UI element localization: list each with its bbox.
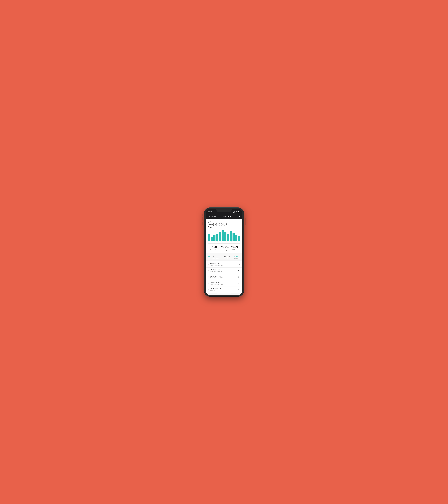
- battery-fill: [238, 211, 239, 212]
- bar-label-nov: Nov: [208, 241, 210, 242]
- close-button[interactable]: ✕: [239, 215, 240, 218]
- bar-group: Jan: [213, 230, 215, 242]
- transaction-datetime: 3 Oct, 11:02 am: [210, 288, 237, 289]
- bar-label-apr: Apr: [222, 241, 224, 242]
- stat-average-label: Average: [221, 249, 229, 251]
- stat-alltime-label: All Time: [231, 249, 238, 251]
- transaction-dot: [208, 283, 209, 284]
- transaction-item[interactable]: 5 Oct, 10:14 amSouth Melbourne, VIC$4: [205, 274, 243, 280]
- phone-screen: 9:50 ⊛ ‹ Purchase Insights ✕: [205, 209, 243, 295]
- transaction-info: 8 Oct, 9:39 amSouth Melbourne, VIC: [210, 263, 237, 266]
- transaction-info: 5 Oct, 8:54 amSouth Melbourne, VIC: [210, 282, 237, 285]
- transaction-datetime: 8 Oct, 8:43 am: [210, 269, 237, 271]
- bar-nov: [208, 234, 210, 241]
- status-icons: ⊛: [233, 211, 240, 213]
- bar-jan: [213, 235, 215, 241]
- monthly-total: $43 Total Spend: [234, 255, 240, 259]
- transaction-datetime: 8 Oct, 9:39 am: [210, 263, 237, 264]
- signal-bar-4: [235, 211, 235, 213]
- bar-group: Jul: [230, 230, 232, 242]
- monthly-transactions: 7 Transactions: [213, 255, 219, 259]
- bar-group: May: [224, 230, 226, 242]
- stat-transactions-label: Transactions: [210, 249, 219, 251]
- bar-label-aug: Aug: [233, 241, 235, 242]
- transaction-info: 8 Oct, 8:43 amSouth Melbourne, VIC: [210, 269, 237, 272]
- bar-group: Feb: [216, 230, 218, 242]
- monthly-average: $6.14 Average: [224, 255, 230, 259]
- transaction-amount: $4: [238, 288, 240, 290]
- stat-average-value: $7.64: [221, 245, 229, 249]
- brand-logo: GIDDIUP: [208, 221, 214, 228]
- transaction-list: 8 Oct, 9:39 amSouth Melbourne, VIC$88 Oc…: [205, 261, 243, 293]
- mute-button[interactable]: [203, 214, 203, 216]
- home-bar: [217, 294, 231, 294]
- transaction-amount: $4: [238, 270, 240, 272]
- stat-alltime-value: $979: [231, 245, 238, 249]
- transaction-amount: $9: [238, 282, 240, 284]
- transaction-item[interactable]: 8 Oct, 8:43 amSouth Melbourne, VIC$4: [205, 268, 243, 274]
- bar-group: Apr: [222, 230, 224, 242]
- bar-jul: [230, 231, 232, 241]
- transaction-dot: [208, 270, 209, 271]
- brand-header: GIDDIUP GIDDIUP: [208, 221, 240, 228]
- bar-group: Nov: [208, 230, 210, 242]
- transaction-datetime: 5 Oct, 8:54 am: [210, 282, 237, 283]
- bar-group: Aug: [233, 230, 235, 242]
- transaction-location: South Melbourne, VIC: [210, 265, 237, 266]
- monthly-total-value: $43: [234, 255, 240, 258]
- monthly-average-label: Average: [224, 258, 230, 259]
- brand-logo-text: GIDDIUP: [209, 224, 213, 225]
- monthly-section: OCT 7 Transactions $6.14 Average $43 Tot…: [205, 253, 243, 259]
- bar-group: Jun: [227, 230, 229, 242]
- back-label: Purchase: [209, 216, 216, 217]
- signal-bar-3: [234, 211, 234, 213]
- month-label: OCT: [208, 255, 211, 257]
- transaction-item[interactable]: 3 Oct, 11:02 amSouth M...$4: [205, 286, 243, 293]
- bar-group: Mar: [219, 230, 221, 242]
- bar-label-oct: Oct: [238, 241, 240, 242]
- monthly-transactions-label: Transactions: [213, 258, 219, 259]
- bar-label-may: May: [224, 241, 226, 242]
- stat-transactions: 128 Transactions: [210, 245, 219, 251]
- bar-oct: [238, 236, 240, 241]
- stat-all-time: $979 All Time: [231, 245, 238, 251]
- signal-bar-2: [233, 212, 234, 213]
- volume-up-button[interactable]: [203, 217, 203, 221]
- transaction-dot: [208, 289, 209, 290]
- transaction-location: South M...: [210, 290, 237, 291]
- monthly-average-value: $6.14: [224, 255, 230, 258]
- transaction-item[interactable]: 8 Oct, 9:39 amSouth Melbourne, VIC$8: [205, 261, 243, 268]
- power-button[interactable]: [245, 218, 245, 225]
- transaction-location: South Melbourne, VIC: [210, 271, 237, 272]
- bar-feb: [216, 234, 218, 241]
- battery-icon: [237, 211, 240, 212]
- status-time: 9:50: [208, 211, 212, 213]
- signal-bar-1: [233, 212, 233, 213]
- bar-mar: [219, 232, 221, 241]
- signal-icon: [233, 211, 235, 213]
- stat-transactions-value: 128: [210, 245, 219, 249]
- transaction-item[interactable]: 5 Oct, 8:54 amSouth Melbourne, VIC$9: [205, 280, 243, 286]
- page-title: Insights: [224, 215, 231, 218]
- bar-label-sep: Sep: [235, 241, 237, 242]
- bar-sep: [235, 235, 237, 241]
- bar-group: Dec: [211, 230, 213, 242]
- bar-label-feb: Feb: [216, 241, 218, 242]
- transaction-dot: [208, 276, 209, 277]
- chevron-left-icon: ‹: [208, 215, 208, 218]
- volume-down-button[interactable]: [203, 222, 203, 225]
- nav-bar: ‹ Purchase Insights ✕: [205, 214, 243, 219]
- transaction-amount: $8: [238, 263, 240, 265]
- monthly-transactions-value: 7: [213, 255, 219, 258]
- bar-label-mar: Mar: [219, 241, 221, 242]
- transaction-info: 3 Oct, 11:02 amSouth M...: [210, 288, 237, 291]
- bar-label-jun: Jun: [227, 241, 229, 242]
- transaction-location: South Melbourne, VIC: [210, 277, 237, 279]
- transaction-location: South Melbourne, VIC: [210, 284, 237, 285]
- back-button[interactable]: ‹ Purchase: [208, 215, 216, 218]
- bar-group: Sep: [235, 230, 237, 242]
- bar-dec: [211, 237, 213, 241]
- monthly-header: OCT 7 Transactions $6.14 Average $43 Tot…: [208, 255, 240, 259]
- bar-apr: [222, 230, 224, 241]
- monthly-stats: 7 Transactions $6.14 Average $43 Total S…: [213, 255, 240, 259]
